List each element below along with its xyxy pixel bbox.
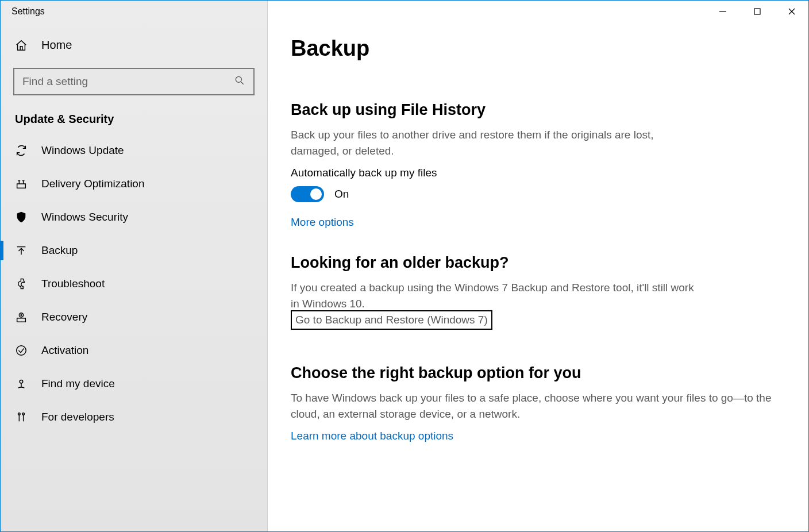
home-icon: [15, 39, 28, 52]
svg-rect-6: [17, 184, 26, 188]
delivery-icon: [15, 178, 28, 190]
developer-icon: [15, 411, 28, 423]
sidebar-item-label: Find my device: [41, 377, 115, 390]
minimize-icon: [719, 7, 727, 16]
sidebar-item-label: Recovery: [41, 311, 87, 323]
more-options-link[interactable]: More options: [291, 216, 354, 229]
sidebar-item-backup[interactable]: Backup: [1, 234, 267, 267]
sidebar: Home Update & Security Windows Update De…: [1, 1, 268, 531]
sidebar-item-label: Windows Security: [41, 211, 128, 223]
search-input[interactable]: [22, 75, 234, 88]
svg-rect-13: [17, 318, 26, 322]
sidebar-item-label: Windows Update: [41, 144, 124, 157]
content-area: Backup Back up using File History Back u…: [268, 1, 808, 531]
titlebar: Settings: [0, 0, 809, 23]
choose-option-title: Choose the right backup option for you: [291, 364, 785, 382]
location-icon: [15, 377, 28, 390]
close-icon: [788, 7, 796, 16]
sidebar-item-find-my-device[interactable]: Find my device: [1, 367, 267, 400]
window-title: Settings: [11, 6, 45, 17]
section-file-history: Back up using File History Back up your …: [291, 101, 785, 229]
shield-icon: [15, 211, 28, 223]
svg-line-5: [241, 82, 244, 84]
maximize-button[interactable]: [740, 0, 775, 23]
close-button[interactable]: [775, 0, 809, 23]
sidebar-item-recovery[interactable]: Recovery: [1, 300, 267, 334]
choose-option-desc: To have Windows back up your files to a …: [291, 390, 785, 422]
sidebar-item-for-developers[interactable]: For developers: [1, 400, 267, 434]
sync-icon: [15, 144, 28, 157]
sidebar-item-label: Delivery Optimization: [41, 178, 145, 190]
svg-point-17: [17, 346, 26, 356]
svg-point-4: [236, 76, 241, 82]
check-circle-icon: [15, 344, 28, 357]
home-label: Home: [41, 38, 72, 52]
window-controls: [706, 0, 809, 23]
auto-backup-toggle[interactable]: [291, 186, 324, 202]
maximize-icon: [753, 7, 761, 16]
sidebar-section-label: Update & Security: [1, 100, 267, 134]
sidebar-item-windows-security[interactable]: Windows Security: [1, 201, 267, 234]
backup-restore-win7-link[interactable]: Go to Backup and Restore (Windows 7): [291, 310, 492, 330]
backup-icon: [15, 244, 28, 257]
section-older-backup: Looking for an older backup? If you crea…: [291, 254, 785, 330]
file-history-desc: Back up your files to another drive and …: [291, 127, 704, 159]
sidebar-item-troubleshoot[interactable]: Troubleshoot: [1, 267, 267, 300]
auto-backup-label: Automatically back up my files: [291, 167, 785, 179]
sidebar-item-delivery-optimization[interactable]: Delivery Optimization: [1, 167, 267, 201]
sidebar-item-windows-update[interactable]: Windows Update: [1, 134, 267, 167]
toggle-state-label: On: [334, 188, 349, 201]
svg-point-20: [18, 413, 21, 415]
sidebar-item-label: Troubleshoot: [41, 277, 105, 290]
older-backup-desc: If you created a backup using the Window…: [291, 280, 704, 311]
page-title: Backup: [291, 36, 785, 61]
home-button[interactable]: Home: [1, 29, 267, 61]
search-icon: [234, 75, 245, 88]
sidebar-item-label: For developers: [41, 411, 114, 423]
older-backup-title: Looking for an older backup?: [291, 254, 785, 272]
wrench-icon: [15, 277, 28, 290]
sidebar-item-label: Activation: [41, 344, 88, 357]
sidebar-item-activation[interactable]: Activation: [1, 334, 267, 367]
recovery-icon: [15, 311, 28, 323]
learn-more-backup-link[interactable]: Learn more about backup options: [291, 430, 453, 442]
sidebar-item-label: Backup: [41, 244, 78, 257]
minimize-button[interactable]: [706, 0, 740, 23]
search-input-container[interactable]: [13, 68, 255, 95]
svg-rect-1: [754, 9, 760, 14]
svg-point-18: [20, 380, 23, 384]
svg-point-21: [22, 413, 25, 415]
file-history-title: Back up using File History: [291, 101, 785, 119]
section-choose-option: Choose the right backup option for you T…: [291, 364, 785, 442]
